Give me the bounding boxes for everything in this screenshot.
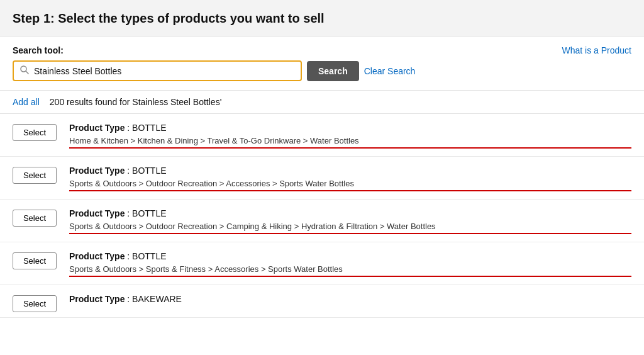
product-type-label-4: Product Type (69, 251, 125, 261)
result-content-3: Product Type : BOTTLE Sports & Outdoors … (69, 208, 631, 233)
search-top-row: Search tool: Search Clear Search (13, 45, 631, 81)
page-wrapper: Step 1: Select the types of products you… (0, 0, 644, 318)
product-type-label-5: Product Type (69, 294, 125, 304)
result-content-2: Product Type : BOTTLE Sports & Outdoors … (69, 166, 631, 190)
colon-1: : (125, 123, 132, 133)
breadcrumb-2: Sports & Outdoors > Outdoor Recreation >… (69, 178, 631, 190)
product-type-line-1: Product Type : BOTTLE (69, 123, 631, 133)
result-content-4: Product Type : BOTTLE Sports & Outdoors … (69, 251, 631, 276)
colon-3: : (125, 208, 132, 218)
breadcrumb-1: Home & Kitchen > Kitchen & Dining > Trav… (69, 135, 631, 147)
result-item-2: Select Product Type : BOTTLE Sports & Ou… (0, 157, 644, 200)
product-type-value-2: BOTTLE (132, 166, 166, 176)
product-type-label-1: Product Type (69, 123, 125, 133)
product-type-line-3: Product Type : BOTTLE (69, 208, 631, 218)
select-button-1[interactable]: Select (13, 124, 57, 141)
breadcrumb-4: Sports & Outdoors > Sports & Fitness > A… (69, 264, 631, 276)
search-section: Search tool: Search Clear Search (0, 37, 644, 91)
select-button-5[interactable]: Select (13, 295, 57, 312)
select-button-4[interactable]: Select (13, 252, 57, 269)
product-type-line-4: Product Type : BOTTLE (69, 251, 631, 261)
product-type-value-1: BOTTLE (132, 123, 166, 133)
product-type-label-3: Product Type (69, 208, 125, 218)
result-content-5: Product Type : BAKEWARE (69, 294, 631, 307)
page-header: Step 1: Select the types of products you… (0, 0, 644, 37)
product-type-value-4: BOTTLE (132, 251, 166, 261)
select-button-2[interactable]: Select (13, 167, 57, 184)
result-item-3: Select Product Type : BOTTLE Sports & Ou… (0, 200, 644, 242)
breadcrumb-text-3: Sports & Outdoors > Outdoor Recreation >… (69, 222, 436, 233)
product-type-line-2: Product Type : BOTTLE (69, 166, 631, 176)
svg-line-1 (26, 71, 28, 74)
breadcrumb-text-2: Sports & Outdoors > Outdoor Recreation >… (69, 179, 354, 190)
product-type-label-2: Product Type (69, 166, 125, 176)
result-item-4: Select Product Type : BOTTLE Sports & Ou… (0, 242, 644, 285)
search-input-wrapper (13, 60, 302, 81)
search-icon (20, 65, 29, 76)
search-row: Search Clear Search (13, 60, 415, 81)
product-type-line-5: Product Type : BAKEWARE (69, 294, 631, 304)
results-count: 200 results found for Stainless Steel Bo… (50, 97, 222, 107)
result-content-1: Product Type : BOTTLE Home & Kitchen > K… (69, 123, 631, 147)
colon-5: : (125, 294, 132, 304)
breadcrumb-3: Sports & Outdoors > Outdoor Recreation >… (69, 221, 631, 233)
result-item-5-partial: Select Product Type : BAKEWARE (0, 285, 644, 318)
clear-search-link[interactable]: Clear Search (364, 66, 416, 76)
add-all-link[interactable]: Add all (13, 97, 40, 107)
product-type-value-5: BAKEWARE (132, 294, 182, 304)
colon-4: : (125, 251, 132, 261)
page-title: Step 1: Select the types of products you… (13, 11, 631, 26)
product-type-value-3: BOTTLE (132, 208, 166, 218)
what-is-product-link[interactable]: What is a Product (562, 45, 632, 55)
breadcrumb-text-4: Sports & Outdoors > Sports & Fitness > A… (69, 264, 343, 276)
result-item: Select Product Type : BOTTLE Home & Kitc… (0, 114, 644, 157)
search-button[interactable]: Search (307, 61, 359, 81)
search-input[interactable] (34, 66, 294, 76)
search-left: Search tool: Search Clear Search (13, 45, 415, 81)
results-section: Add all 200 results found for Stainless … (0, 91, 644, 318)
select-button-3[interactable]: Select (13, 210, 57, 227)
breadcrumb-text-1: Home & Kitchen > Kitchen & Dining > Trav… (69, 136, 359, 147)
search-tool-label: Search tool: (13, 45, 415, 55)
colon-2: : (125, 166, 132, 176)
results-header: Add all 200 results found for Stainless … (0, 91, 644, 114)
